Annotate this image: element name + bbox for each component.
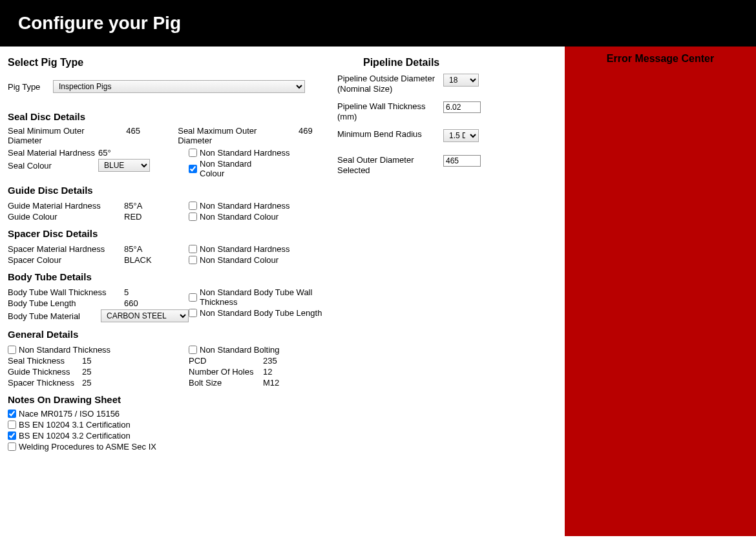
page-header: Configure your Pig xyxy=(0,0,756,47)
pipeline-wall-input[interactable] xyxy=(443,101,481,113)
spacer-hardness-label: Spacer Material Hardness xyxy=(8,244,124,254)
seal-max-value: 469 xyxy=(299,126,331,145)
spacer-thick-label: Spacer Thickness xyxy=(8,378,82,388)
spacer-ns-hardness-checkbox[interactable] xyxy=(189,245,197,253)
note-bs32-label: BS EN 10204 3.2 Certification xyxy=(19,431,131,441)
note-nace-label: Nace MR0175 / ISO 15156 xyxy=(19,409,120,419)
body-length-label: Body Tube Length xyxy=(8,298,124,308)
seal-thick-value: 15 xyxy=(82,356,114,366)
seal-selected-label: Seal Outer Diameter Selected xyxy=(337,155,443,175)
body-ns-wall-label: Non Standard Body Tube Wall Thickness xyxy=(200,287,331,307)
body-ns-length-label: Non Standard Body Tube Length xyxy=(200,308,322,318)
note-nace-checkbox[interactable] xyxy=(8,410,16,418)
spacer-hardness-value: 85°A xyxy=(124,244,156,254)
body-material-label: Body Tube Material xyxy=(8,311,101,321)
guide-ns-colour-checkbox[interactable] xyxy=(189,213,197,221)
page-title: Configure your Pig xyxy=(18,13,181,33)
spacer-thick-value: 25 xyxy=(82,378,114,388)
seal-max-label: Seal Maximum Outer Diameter xyxy=(178,126,291,145)
spacer-disc-heading: Spacer Disc Details xyxy=(8,228,331,239)
body-length-value: 660 xyxy=(124,298,156,308)
spacer-ns-colour-checkbox[interactable] xyxy=(189,256,197,264)
body-ns-wall-checkbox[interactable] xyxy=(189,293,197,302)
seal-selected-input[interactable] xyxy=(443,155,481,167)
seal-ns-colour-checkbox[interactable] xyxy=(189,165,197,173)
guide-ns-colour-label: Non Standard Colour xyxy=(200,212,278,222)
general-ns-thickness-label: Non Standard Thickness xyxy=(19,345,110,355)
body-material-select[interactable]: CARBON STEEL xyxy=(101,309,189,322)
seal-min-label: Seal Minimum Outer Diameter xyxy=(8,126,118,145)
guide-disc-heading: Guide Disc Details xyxy=(8,185,331,196)
body-tube-heading: Body Tube Details xyxy=(8,271,331,282)
main-container: Select Pig Type Pig Type Inspection Pigs… xyxy=(0,47,756,536)
body-wall-value: 5 xyxy=(124,287,156,297)
seal-disc-heading: Seal Disc Details xyxy=(8,111,331,122)
pipeline-bend-select[interactable]: 1.5 D xyxy=(443,129,479,142)
spacer-colour-label: Spacer Colour xyxy=(8,255,124,265)
guide-colour-label: Guide Colour xyxy=(8,212,124,222)
pipeline-heading: Pipeline Details xyxy=(363,57,557,68)
body-ns-length-checkbox[interactable] xyxy=(189,309,197,317)
guide-ns-hardness-label: Non Standard Hardness xyxy=(200,201,289,211)
seal-hardness-value: 65° xyxy=(98,148,131,158)
pipeline-diameter-label: Pipeline Outside Diameter (Nominal Size) xyxy=(337,74,443,94)
spacer-ns-hardness-label: Non Standard Hardness xyxy=(200,244,289,254)
general-ns-bolting-checkbox[interactable] xyxy=(189,346,197,354)
spacer-ns-colour-label: Non Standard Colour xyxy=(200,255,278,265)
pig-type-select[interactable]: Inspection Pigs xyxy=(53,80,305,93)
pcd-value: 235 xyxy=(263,356,295,366)
seal-ns-colour-label: Non Standard Colour xyxy=(200,159,264,178)
bolt-value: M12 xyxy=(263,378,295,388)
guide-colour-value: RED xyxy=(124,212,156,222)
pig-type-heading: Select Pig Type xyxy=(8,57,331,68)
note-bs31-checkbox[interactable] xyxy=(8,421,16,429)
right-column: Pipeline Details Pipeline Outside Diamet… xyxy=(337,53,557,530)
guide-hardness-value: 85°A xyxy=(124,201,156,211)
notes-heading: Notes On Drawing Sheet xyxy=(8,394,331,405)
pig-type-label: Pig Type xyxy=(8,82,53,92)
general-heading: General Details xyxy=(8,329,331,340)
note-bs31-label: BS EN 10204 3.1 Certification xyxy=(19,420,131,430)
seal-colour-select[interactable]: BLUE xyxy=(98,159,150,172)
seal-ns-hardness-label: Non Standard Hardness xyxy=(200,148,289,158)
pipeline-diameter-select[interactable]: 18 xyxy=(443,74,479,87)
seal-ns-hardness-checkbox[interactable] xyxy=(189,149,197,157)
form-area: Select Pig Type Pig Type Inspection Pigs… xyxy=(0,47,565,536)
seal-colour-label: Seal Colour xyxy=(8,161,98,171)
holes-label: Number Of Holes xyxy=(189,367,263,377)
seal-thick-label: Seal Thickness xyxy=(8,356,82,366)
error-panel: Error Message Center xyxy=(565,47,756,536)
seal-min-value: 465 xyxy=(126,126,158,145)
pcd-label: PCD xyxy=(189,356,263,366)
guide-hardness-label: Guide Material Hardness xyxy=(8,201,124,211)
pipeline-bend-label: Minimum Bend Radius xyxy=(337,129,443,140)
error-panel-title: Error Message Center xyxy=(607,53,714,64)
spacer-colour-value: BLACK xyxy=(124,255,156,265)
bolt-label: Bolt Size xyxy=(189,378,263,388)
guide-thick-value: 25 xyxy=(82,367,114,377)
body-wall-label: Body Tube Wall Thickness xyxy=(8,287,124,297)
seal-hardness-label: Seal Material Hardness xyxy=(8,148,98,158)
general-ns-bolting-label: Non Standard Bolting xyxy=(200,345,280,355)
guide-thick-label: Guide Thickness xyxy=(8,367,82,377)
left-column: Select Pig Type Pig Type Inspection Pigs… xyxy=(8,53,331,530)
pipeline-wall-label: Pipeline Wall Thickness (mm) xyxy=(337,101,443,121)
note-bs32-checkbox[interactable] xyxy=(8,431,16,440)
note-welding-checkbox[interactable] xyxy=(8,442,16,451)
holes-value: 12 xyxy=(263,367,295,377)
general-ns-thickness-checkbox[interactable] xyxy=(8,346,16,354)
note-welding-label: Welding Procedures to ASME Sec IX xyxy=(19,442,156,452)
guide-ns-hardness-checkbox[interactable] xyxy=(189,202,197,210)
